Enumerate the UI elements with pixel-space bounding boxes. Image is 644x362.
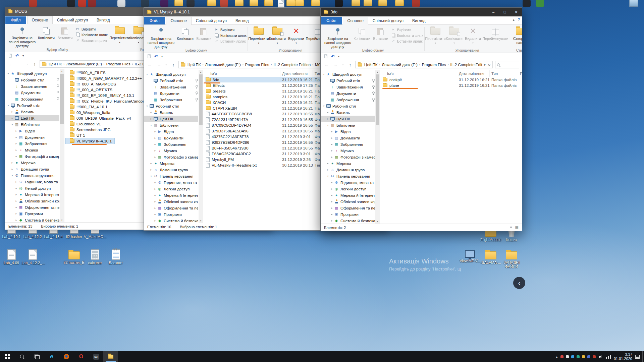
tab-view[interactable]: Вигляд — [92, 16, 114, 24]
paste-button[interactable]: Вставити — [371, 26, 390, 41]
up-button[interactable]: ↑ — [169, 61, 178, 68]
chevron-right-icon[interactable]: ▸ — [14, 206, 18, 209]
sidebar-item[interactable]: ▤Документи — [321, 90, 375, 97]
tray-icon-6[interactable] — [587, 355, 590, 358]
qat-properties-icon[interactable] — [148, 54, 151, 58]
folder-icon[interactable] — [311, 0, 320, 6]
chevron-right-icon[interactable]: ▸ — [14, 212, 18, 215]
desktop-icon[interactable]: il2 hasher_E — [63, 249, 85, 264]
sidebar-scrollbar[interactable]: ▲ ▼ — [60, 69, 64, 222]
search-button[interactable] — [15, 351, 30, 362]
chevron-right-icon[interactable]: ▸ — [153, 136, 157, 139]
tab-file[interactable]: Файл — [144, 17, 165, 24]
sidebar-item[interactable]: ▾▥Бібліотеки — [144, 122, 198, 128]
tile-icon[interactable] — [141, 0, 149, 7]
sidebar-item[interactable]: Робочий стіл — [321, 77, 375, 84]
tile-icon[interactable] — [186, 0, 195, 7]
sidebar-item[interactable]: ▸▦Фотографії з камери — [321, 154, 375, 160]
cut-button[interactable]: ✂Вирізати — [214, 27, 246, 32]
breadcrumb-item[interactable]: IL-2 Complete Edition — [273, 63, 311, 67]
folder-icon[interactable] — [235, 0, 244, 6]
taskbar-item-file-explorer[interactable] — [103, 351, 118, 362]
chevron-down-icon[interactable]: ▾ — [145, 105, 149, 108]
sidebar-item[interactable]: ▸◆Система й безпека — [144, 218, 198, 223]
undo-icon[interactable]: ↶ — [331, 54, 335, 59]
folder-icon[interactable] — [250, 0, 258, 6]
move-to-button[interactable]: → Перемістити ▾ — [110, 25, 129, 45]
new-folder-button[interactable]: * Створити папку — [512, 26, 522, 45]
sidebar-item[interactable]: ▾Робочий стіл — [144, 103, 198, 109]
sidebar-item[interactable]: ▸▤Документи — [5, 134, 59, 140]
address-dropdown-icon[interactable]: ▾ — [484, 63, 486, 67]
file-item[interactable]: Cloudmod_v1 — [66, 121, 104, 127]
paste-shortcut-button[interactable]: ↗Вставити ярлик — [214, 39, 246, 43]
sidebar-item[interactable]: ▸▶Відео — [5, 128, 59, 134]
sidebar-item[interactable]: ▦Зображення — [321, 97, 375, 103]
chevron-right-icon[interactable]: ▸ — [153, 187, 157, 190]
qat-dropdown-icon[interactable]: ▾ — [161, 55, 163, 58]
chevron-right-icon[interactable]: ▸ — [153, 156, 157, 159]
sidebar-item[interactable]: ▸⊙Годинник, мова та країна/регіон — [144, 179, 198, 186]
sidebar-item[interactable]: ▸▶Відео — [144, 128, 198, 135]
search-box[interactable] — [495, 61, 519, 68]
sidebar-item[interactable]: ▸♪Музика — [144, 147, 198, 154]
scroll-up-icon[interactable]: ▲ — [199, 70, 203, 74]
refresh-icon[interactable]: ↻ — [488, 63, 491, 67]
sidebar-item[interactable]: ▸▦Оформлення та персоналізація — [321, 205, 375, 211]
sidebar-item[interactable]: ▾⊙Панель керування — [5, 172, 59, 179]
column-type[interactable]: Тип — [490, 70, 518, 77]
qat-dropdown-icon[interactable]: ▾ — [22, 54, 24, 57]
tray-icon-5[interactable] — [582, 355, 585, 358]
chevron-right-icon[interactable]: ▸ — [153, 219, 157, 222]
sidebar-item[interactable]: ▾⊙Панель керування — [321, 173, 375, 179]
file-item[interactable]: !!!_002_Flyable_IK3_HurricaneCanopies — [66, 98, 150, 104]
chevron-right-icon[interactable]: ▸ — [330, 143, 334, 146]
network-icon[interactable] — [606, 355, 611, 359]
file-item[interactable]: !!!000_A_NEW_GARMATY_4.12.2++ — [66, 75, 145, 81]
chevron-right-icon[interactable]: ▸ — [153, 194, 157, 197]
desktop-icon[interactable]: Блокнот — [105, 249, 127, 265]
file-item[interactable]: !!!_000_A_MAPMODS — [66, 81, 119, 87]
chevron-right-icon[interactable]: ▸ — [153, 130, 157, 133]
breadcrumb-item[interactable]: Цей ПК — [364, 63, 378, 67]
sidebar-item[interactable]: ▸●Мережа й Інтернет — [321, 192, 375, 198]
back-button[interactable]: ← — [6, 60, 15, 68]
sidebar-item[interactable]: ▸♪Музика — [5, 147, 59, 153]
chevron-right-icon[interactable]: ▸ — [153, 200, 157, 203]
sidebar-item[interactable]: ▸▤Документи — [321, 135, 375, 141]
paste-button[interactable]: Вставити — [56, 25, 74, 40]
page-icon[interactable] — [278, 0, 284, 8]
tab-home[interactable]: Основне — [27, 16, 53, 24]
sidebar-item[interactable]: ▸⌂Домашня група — [5, 166, 59, 172]
chevron-right-icon[interactable]: ▸ — [330, 206, 334, 209]
tile-icon[interactable] — [335, 0, 343, 7]
chevron-down-icon[interactable]: ▾ — [6, 72, 10, 75]
chevron-right-icon[interactable]: ▸ — [330, 194, 334, 197]
sidebar-item[interactable]: ▾▥Бібліотеки — [321, 122, 375, 128]
sidebar-item[interactable]: ▸Цей ПК — [144, 116, 198, 122]
taskbar-item-il2[interactable]: IL2 — [89, 351, 103, 362]
chevron-right-icon[interactable]: ▸ — [10, 110, 14, 113]
window-titlebar[interactable]: 3do – □ ✕ — [321, 8, 522, 16]
scroll-down-icon[interactable]: ▼ — [60, 218, 64, 222]
chevron-right-icon[interactable]: ▸ — [149, 117, 153, 120]
tile-icon[interactable] — [78, 0, 86, 7]
sidebar-item[interactable]: ▾⊙Панель керування — [144, 173, 198, 179]
move-to-button[interactable]: → Перемістити ▾ — [249, 26, 268, 45]
task-view-button[interactable] — [30, 351, 44, 362]
sidebar-item[interactable]: ▸●Мережа — [144, 160, 198, 167]
chevron-down-icon[interactable]: ▾ — [10, 123, 14, 126]
chevron-right-icon[interactable]: ▸ — [330, 219, 334, 222]
tile-icon[interactable] — [160, 0, 168, 7]
tile-icon[interactable] — [29, 0, 37, 7]
sidebar-item[interactable]: Робочий стіл — [5, 77, 59, 83]
sidebar-item[interactable]: ▸▶Відео — [321, 128, 375, 135]
show-desktop-button[interactable] — [642, 351, 644, 362]
folder-icon[interactable] — [286, 0, 295, 6]
breadcrumb-item[interactable]: Локальний диск (E:) — [382, 63, 418, 67]
delete-button[interactable]: ✕ Видалити ▾ — [464, 26, 482, 45]
desktop-icon[interactable]: ViewIMF-V... — [459, 249, 481, 263]
desktop-icon[interactable]: -SALAMA-... — [480, 249, 502, 264]
show-hidden-icons-button[interactable]: ▴ — [556, 355, 557, 358]
recent-locations-icon[interactable]: ▾ — [341, 61, 345, 68]
